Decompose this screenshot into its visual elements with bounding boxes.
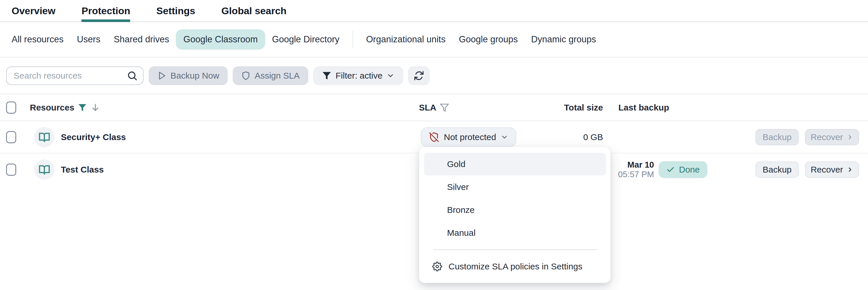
tab-overview[interactable]: Overview: [11, 0, 55, 22]
tab-global-search[interactable]: Global search: [221, 0, 286, 22]
total-size-header: Total size: [545, 103, 603, 113]
resources-header-label: Resources: [30, 103, 74, 113]
sla-option-gold[interactable]: Gold: [424, 153, 606, 175]
gear-icon: [432, 262, 442, 271]
customize-sla-policies-link[interactable]: Customize SLA policies in Settings: [424, 256, 606, 278]
resources-filter-icon[interactable]: [78, 103, 87, 112]
row1-checkbox[interactable]: [6, 131, 16, 143]
book-open-icon: [38, 164, 50, 175]
subnav-google-groups[interactable]: Google groups: [452, 29, 524, 50]
tab-protection[interactable]: Protection: [82, 0, 130, 22]
sla-filter-icon[interactable]: [440, 103, 449, 112]
sla-header-label: SLA: [419, 103, 436, 113]
chevron-down-icon: [386, 71, 395, 80]
search-input[interactable]: [13, 71, 127, 81]
select-all-checkbox[interactable]: [6, 102, 16, 114]
sla-header[interactable]: SLA: [419, 103, 449, 113]
tab-settings[interactable]: Settings: [156, 0, 195, 22]
status-label: Done: [679, 165, 700, 175]
resource-name[interactable]: Test Class: [61, 165, 104, 175]
toolbar: Backup Now Assign SLA Filter: active: [0, 57, 868, 94]
subnav-dynamic-groups[interactable]: Dynamic groups: [524, 29, 603, 50]
table-header: Resources SLA Total size Last backup: [0, 94, 868, 121]
chevron-down-icon: [501, 134, 508, 141]
resources-header[interactable]: Resources: [30, 103, 100, 113]
search-icon: [127, 70, 138, 81]
row-recover-button[interactable]: Recover: [805, 129, 859, 145]
avatar: [34, 127, 55, 147]
shield-icon: [241, 71, 250, 80]
resource-type-nav: All resources Users Shared drives Google…: [0, 22, 868, 57]
subnav-divider: [352, 31, 353, 48]
subnav-shared-drives[interactable]: Shared drives: [107, 29, 176, 50]
top-nav: Overview Protection Settings Global sear…: [0, 0, 868, 22]
backup-now-label: Backup Now: [170, 71, 219, 81]
row2-checkbox[interactable]: [6, 164, 16, 176]
chevron-right-icon: [846, 166, 854, 173]
check-icon: [666, 165, 675, 174]
refresh-icon: [414, 70, 424, 81]
sla-pill-label: Not protected: [444, 132, 496, 142]
play-icon: [157, 71, 166, 80]
subnav-organizational-units[interactable]: Organizational units: [360, 29, 452, 50]
chevron-right-icon: [846, 134, 854, 141]
row-recover-button[interactable]: Recover: [805, 162, 859, 178]
status-badge[interactable]: Done: [659, 161, 707, 178]
recover-label: Recover: [811, 165, 843, 175]
assign-sla-label: Assign SLA: [254, 71, 300, 81]
subnav-users[interactable]: Users: [70, 29, 107, 50]
total-size-value: 0 GB: [545, 132, 603, 142]
protection-page: Overview Protection Settings Global sear…: [0, 0, 868, 290]
sla-option-bronze[interactable]: Bronze: [424, 199, 606, 221]
sla-dropdown-trigger[interactable]: Not protected: [421, 127, 516, 147]
customize-sla-policies-label: Customize SLA policies in Settings: [448, 262, 583, 271]
dropdown-divider: [433, 250, 597, 250]
backup-now-button[interactable]: Backup Now: [149, 66, 227, 85]
filter-label: Filter: active: [336, 71, 383, 81]
shield-off-icon: [429, 132, 439, 142]
book-open-icon: [38, 132, 50, 143]
refresh-button[interactable]: [408, 66, 430, 85]
assign-sla-button[interactable]: Assign SLA: [233, 66, 308, 85]
subnav-all-resources[interactable]: All resources: [5, 29, 70, 50]
subnav-google-directory[interactable]: Google Directory: [265, 29, 346, 50]
search-box[interactable]: [6, 66, 144, 85]
row-backup-button[interactable]: Backup: [755, 162, 799, 178]
recover-label: Recover: [811, 132, 843, 142]
resource-name[interactable]: Security+ Class: [61, 132, 126, 142]
sla-option-silver[interactable]: Silver: [424, 176, 606, 198]
last-backup-header: Last backup: [618, 103, 669, 113]
sla-option-manual[interactable]: Manual: [424, 222, 606, 244]
filter-funnel-icon: [322, 71, 332, 81]
filter-button[interactable]: Filter: active: [313, 66, 403, 85]
subnav-google-classroom[interactable]: Google Classroom: [176, 29, 265, 50]
sla-dropdown-menu: Gold Silver Bronze Manual Customize SLA …: [419, 147, 611, 283]
avatar: [34, 160, 55, 180]
sort-descending-icon[interactable]: [90, 103, 100, 113]
row-backup-button[interactable]: Backup: [755, 129, 799, 145]
